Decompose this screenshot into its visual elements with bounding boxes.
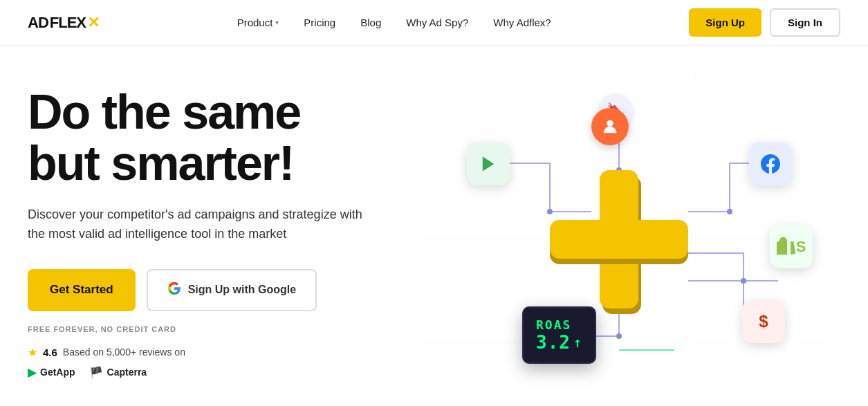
signup-nav-button[interactable]: Sign Up [689,8,761,37]
hero-illustration: 🔖 S $ [425,73,840,405]
badges-row: ▶ GetApp 🏴 Capterra [28,366,387,379]
google-icon [167,282,181,299]
hero-left: Do the same but smarter! Discover your c… [28,80,387,379]
getapp-badge: ▶ GetApp [28,366,75,379]
shopify-icon-chip: S [770,225,813,268]
nav-links: Product ▾ Pricing Blog Why Ad Spy? Why A… [237,17,551,28]
nav-link-why-ad-spy[interactable]: Why Ad Spy? [406,17,468,28]
roas-value: 3.2 ↑ [536,332,582,353]
logo-x: ✕ [87,14,99,32]
svg-point-4 [741,278,746,284]
getapp-icon: ▶ [28,366,36,379]
navbar: ADFLEX✕ Product ▾ Pricing Blog Why Ad Sp… [0,0,868,46]
capterra-badge: 🏴 Capterra [89,366,147,379]
person-icon-chip [591,108,629,145]
signin-nav-button[interactable]: Sign In [770,8,840,37]
logo-ad: AD [28,14,48,32]
s-icon-chip: $ [742,300,785,343]
get-started-button[interactable]: Get Started [28,269,136,311]
capterra-icon: 🏴 [89,366,103,379]
logo[interactable]: ADFLEX✕ [28,14,99,32]
svg-marker-6 [483,157,494,172]
nav-link-product[interactable]: Product ▾ [237,17,279,28]
nav-link-pricing[interactable]: Pricing [304,17,335,28]
s-letter-icon: $ [759,312,768,331]
plus-symbol [550,170,688,308]
hero-subtext: Discover your competitor's ad campaigns … [28,205,367,244]
logo-flex: FLEX [50,14,86,32]
svg-point-7 [607,120,613,127]
hero-headline: Do the same but smarter! [28,87,387,189]
nav-link-why-adflex[interactable]: Why Adflex? [493,17,551,28]
nav-buttons: Sign Up Sign In [689,8,840,37]
svg-point-3 [616,333,622,339]
google-signup-button[interactable]: Sign Up with Google [147,269,317,311]
roas-card: ROAS 3.2 ↑ [522,306,596,364]
star-icon: ★ [28,346,37,359]
nav-link-blog[interactable]: Blog [360,17,381,28]
hero-buttons: Get Started Sign Up with Google [28,269,387,311]
svg-point-2 [727,209,732,214]
rating-row: ★ 4.6 Based on 5,000+ reviews on [28,346,387,359]
free-label: FREE FOREVER, NO CREDIT CARD [28,325,387,333]
hero-section: Do the same but smarter! Discover your c… [0,46,868,405]
facebook-icon-chip [749,142,792,185]
rating-score: 4.6 [43,347,57,358]
play-icon-chip [467,142,510,185]
rating-text: Based on 5,000+ reviews on [63,347,185,358]
roas-arrow-icon: ↑ [573,334,582,351]
roas-label: ROAS [536,317,571,332]
chevron-down-icon: ▾ [275,19,279,26]
